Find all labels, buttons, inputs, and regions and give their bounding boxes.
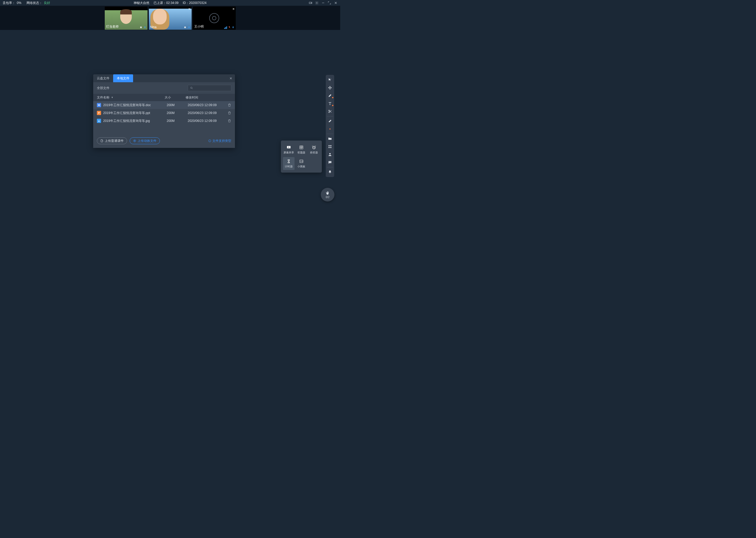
signal-icon <box>224 26 227 29</box>
right-toolbar <box>326 75 334 177</box>
close-icon[interactable] <box>334 1 338 5</box>
tab-local-files[interactable]: 本地文件 <box>113 74 133 82</box>
participant-name: Nina <box>150 25 157 29</box>
file-time: 2020/06/23 12:09:09 <box>188 119 216 123</box>
packet-loss-label: 丢包率： <box>3 1 15 5</box>
file-size: 200M <box>167 111 188 115</box>
video-tile-teacher[interactable]: 叮当老师 <box>105 7 148 30</box>
file-dialog: 云盘文件 本地文件 ✕ 全部文件 文件名称▼ 大小 修改时间 W 2019年工作… <box>93 74 235 148</box>
alarm-clock-icon <box>311 145 317 150</box>
delete-icon[interactable] <box>228 103 231 107</box>
timer-tool[interactable]: 计时器 <box>283 157 295 170</box>
scissors-tool[interactable] <box>326 107 334 115</box>
mic-icon <box>188 26 190 29</box>
participant-name: 叮当老师 <box>106 25 118 29</box>
svg-text:✓: ✓ <box>300 148 301 149</box>
table-header: 文件名称▼ 大小 修改时间 <box>93 94 235 101</box>
formula-board-icon: 2+3 <box>299 159 304 164</box>
svg-point-28 <box>329 162 329 162</box>
breadcrumb-all-files[interactable]: 全部文件 <box>97 86 185 90</box>
upload-normal-button[interactable]: 上传普通课件 <box>97 137 127 144</box>
apps-tool[interactable] <box>326 143 334 150</box>
text-tool[interactable] <box>326 100 334 107</box>
file-name: 2019年工作汇报情况查询等等.ppt <box>103 111 167 115</box>
file-row[interactable]: P 2019年工作汇报情况查询等等.ppt 200M 2020/06/23 12… <box>93 109 235 117</box>
svg-point-14 <box>191 87 192 88</box>
play-circle-icon <box>133 139 136 142</box>
column-size[interactable]: 大小 <box>165 95 186 100</box>
mini-board-tool[interactable]: 2+3 小黑板 <box>296 157 307 170</box>
svg-rect-25 <box>329 147 330 148</box>
file-name: 2019年工作汇报情况查询等等.jpg <box>103 119 167 123</box>
bell-tool[interactable] <box>326 168 334 176</box>
dialog-close-icon[interactable]: ✕ <box>229 77 232 81</box>
move-tool[interactable] <box>326 84 334 92</box>
net-status-value: 良好 <box>44 1 50 5</box>
packet-loss-value: 0% <box>17 1 21 5</box>
elapsed-label: 已上课： <box>154 1 166 5</box>
window-titlebar: 丢包率：0% 网络状态：良好 神秘大自然 已上课：02:34:09 ID：202… <box>0 0 340 6</box>
user-tool[interactable] <box>326 150 334 158</box>
raise-hand-count: 0/2 <box>326 196 329 198</box>
file-time: 2020/06/23 12:09:09 <box>188 103 216 107</box>
buzzer-tool[interactable]: 抢答器 <box>308 143 320 156</box>
settings-icon[interactable] <box>315 1 319 5</box>
hourglass-icon <box>286 159 292 164</box>
file-size: 200M <box>167 103 188 107</box>
column-name[interactable]: 文件名称▼ <box>97 95 165 100</box>
upload-animated-button[interactable]: 上传动效文件 <box>130 137 160 144</box>
doc-file-icon: W <box>97 103 101 107</box>
chat-tool[interactable] <box>326 158 334 166</box>
teaching-tools-panel: 屏幕共享 AB✓ 答题器 抢答器 计时器 2+3 小黑板 <box>281 140 322 173</box>
file-row[interactable]: ▲ 2019年工作汇报情况查询等等.jpg 200M 2020/06/23 12… <box>93 117 235 125</box>
video-tile-student[interactable]: ✕ 王小明 <box>193 7 236 30</box>
svg-text:A: A <box>300 146 301 147</box>
svg-rect-24 <box>330 145 331 146</box>
session-info: 神秘大自然 已上课：02:34:09 ID：2020070324 <box>134 1 206 5</box>
image-file-icon: ▲ <box>97 119 101 123</box>
screen-share-tool[interactable]: 屏幕共享 <box>283 143 295 156</box>
raise-hand-button[interactable]: 0/2 <box>321 188 334 201</box>
video-tile-student[interactable]: ✕ Nina <box>149 7 192 30</box>
close-tile-icon[interactable]: ✕ <box>232 7 235 11</box>
tab-cloud-files[interactable]: 云盘文件 <box>93 74 113 82</box>
column-modified[interactable]: 修改时间 <box>186 95 231 100</box>
session-id-label: ID： <box>183 1 189 5</box>
eraser-tool[interactable] <box>326 117 334 125</box>
maximize-icon[interactable] <box>328 1 331 5</box>
video-strip: 叮当老师 ✕ Nina ✕ 王小明 <box>0 6 340 30</box>
delete-icon[interactable] <box>228 119 231 123</box>
svg-text:B: B <box>302 146 303 147</box>
close-tile-icon[interactable]: ✕ <box>188 7 191 11</box>
quiz-tool[interactable]: AB✓ 答题器 <box>296 143 307 156</box>
pointer-tool[interactable] <box>326 76 334 84</box>
file-row[interactable]: W 2019年工作汇报情况查询等等.doc 200M 2020/06/23 12… <box>93 101 235 109</box>
svg-point-6 <box>141 27 141 27</box>
svg-rect-7 <box>144 26 145 27</box>
delete-icon[interactable] <box>228 111 231 115</box>
mic-icon <box>232 26 234 29</box>
svg-point-1 <box>316 2 317 3</box>
camera-icon[interactable] <box>309 1 312 5</box>
mic-icon <box>144 26 146 29</box>
file-name: 2019年工作汇报情况查询等等.doc <box>103 103 167 107</box>
svg-point-27 <box>329 153 330 154</box>
webcam-icon <box>139 26 143 29</box>
svg-point-20 <box>329 110 329 111</box>
network-info: 丢包率：0% 网络状态：良好 <box>3 1 52 5</box>
supported-types-link[interactable]: 文件支持类型 <box>208 139 231 143</box>
elapsed-value: 02:34:09 <box>166 1 178 5</box>
mic-muted-icon <box>228 26 231 29</box>
svg-rect-23 <box>329 145 330 146</box>
participant-name: 王小明 <box>194 25 204 29</box>
pen-tool[interactable] <box>326 92 334 100</box>
minimize-icon[interactable] <box>321 1 325 5</box>
folder-tool[interactable] <box>326 135 334 143</box>
svg-point-29 <box>330 162 330 162</box>
svg-rect-26 <box>330 147 331 148</box>
file-time: 2020/06/23 12:09:09 <box>188 111 216 115</box>
search-input[interactable] <box>188 85 231 91</box>
laser-tool[interactable] <box>326 125 334 133</box>
svg-line-15 <box>192 88 193 89</box>
net-status-label: 网络状态： <box>26 1 42 5</box>
